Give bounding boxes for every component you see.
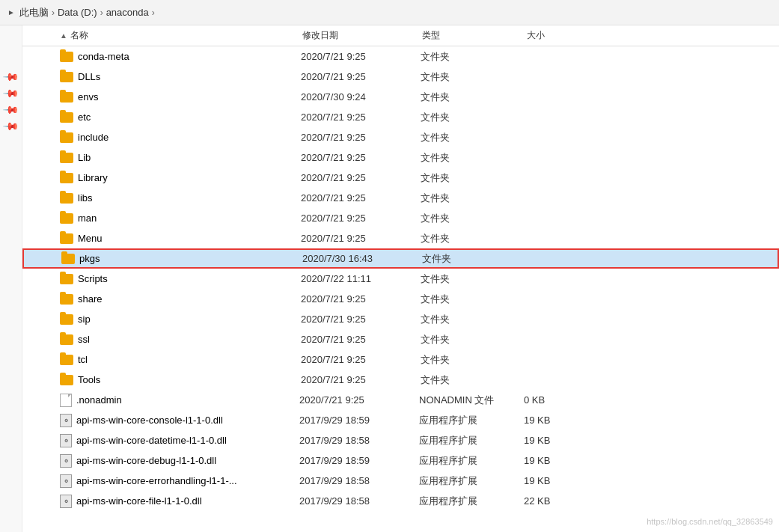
folder-icon [60, 72, 73, 82]
file-name: .nonadmin [76, 394, 299, 406]
file-date: 2020/7/21 9:25 [301, 192, 421, 204]
file-type: 文件夹 [421, 70, 525, 84]
file-type: 文件夹 [422, 252, 527, 266]
file-row[interactable]: ssl 2020/7/21 9:25 文件夹 [22, 329, 779, 349]
folder-icon [60, 213, 73, 224]
file-date: 2020/7/21 9:25 [301, 314, 421, 325]
file-type: 文件夹 [421, 212, 525, 225]
folder-icon [60, 193, 73, 204]
pin-icon-1[interactable]: 📌 [2, 67, 19, 85]
folder-icon [60, 294, 73, 305]
breadcrumb-item-1[interactable]: Data (D:) [58, 7, 97, 18]
file-row[interactable]: Library 2020/7/21 9:25 文件夹 [22, 168, 779, 188]
file-type: 应用程序扩展 [419, 414, 524, 427]
file-date: 2020/7/21 9:25 [301, 111, 421, 123]
pin-icon-3[interactable]: 📌 [2, 100, 19, 117]
file-row[interactable]: man 2020/7/21 9:25 文件夹 [22, 208, 779, 228]
file-date: 2017/9/29 18:58 [299, 475, 419, 486]
folder-icon [60, 334, 73, 345]
file-type: 文件夹 [421, 192, 525, 205]
breadcrumb-arrow: ► [7, 8, 15, 16]
file-row[interactable]: libs 2020/7/21 9:25 文件夹 [22, 188, 779, 208]
folder-icon [60, 274, 73, 284]
file-name: Scripts [78, 273, 301, 284]
file-name: include [78, 132, 301, 143]
folder-icon [60, 153, 73, 163]
file-row[interactable]: ⚙ api-ms-win-core-errorhandling-l1-1-...… [22, 471, 779, 491]
file-name: Library [78, 172, 301, 183]
breadcrumb-sep-2: › [152, 7, 155, 18]
file-type: 文件夹 [421, 91, 525, 104]
file-type: 应用程序扩展 [419, 495, 524, 508]
file-row[interactable]: Scripts 2020/7/22 11:11 文件夹 [22, 269, 779, 289]
file-row[interactable]: etc 2020/7/21 9:25 文件夹 [22, 107, 779, 127]
file-type: 应用程序扩展 [419, 454, 524, 468]
folder-icon [60, 355, 73, 365]
folder-icon [60, 52, 73, 62]
file-row[interactable]: tcl 2020/7/21 9:25 文件夹 [22, 349, 779, 370]
file-row[interactable]: .nonadmin 2020/7/21 9:25 NONADMIN 文件 0 K… [22, 390, 779, 410]
pin-icon-2[interactable]: 📌 [2, 84, 19, 101]
file-date: 2020/7/21 9:25 [301, 172, 421, 183]
file-date: 2020/7/21 9:25 [301, 213, 421, 224]
breadcrumb-item-2[interactable]: anaconda [106, 7, 149, 18]
file-name: pkgs [79, 253, 302, 264]
file-list: conda-meta 2020/7/21 9:25 文件夹 DLLs 2020/… [22, 46, 779, 532]
file-row[interactable]: Lib 2020/7/21 9:25 文件夹 [22, 147, 779, 168]
file-row[interactable]: Tools 2020/7/21 9:25 文件夹 [22, 370, 779, 390]
file-size: 19 KB [524, 415, 584, 426]
file-name: Menu [78, 233, 301, 244]
pin-icon-4[interactable]: 📌 [2, 117, 19, 134]
file-name: api-ms-win-core-datetime-l1-1-0.dll [76, 435, 299, 446]
file-size: 19 KB [524, 435, 584, 446]
file-name: DLLs [78, 71, 301, 82]
file-row[interactable]: Menu 2020/7/21 9:25 文件夹 [22, 228, 779, 248]
file-row[interactable]: sip 2020/7/21 9:25 文件夹 [22, 309, 779, 329]
file-name: share [78, 293, 301, 305]
file-type: 文件夹 [421, 293, 525, 306]
file-type: 文件夹 [421, 232, 525, 245]
file-row[interactable]: pkgs 2020/7/30 16:43 文件夹 [22, 248, 779, 269]
file-date: 2017/9/29 18:58 [299, 495, 419, 507]
col-header-name[interactable]: 名称 [70, 29, 302, 42]
file-date: 2020/7/21 9:25 [299, 394, 419, 406]
file-row[interactable]: ⚙ api-ms-win-core-debug-l1-1-0.dll 2017/… [22, 450, 779, 471]
file-date: 2017/9/29 18:59 [299, 455, 419, 466]
file-name: Lib [78, 152, 301, 163]
file-row[interactable]: include 2020/7/21 9:25 文件夹 [22, 127, 779, 147]
file-row[interactable]: DLLs 2020/7/21 9:25 文件夹 [22, 67, 779, 87]
file-type: 文件夹 [421, 313, 525, 326]
file-type: 文件夹 [421, 50, 525, 64]
folder-icon [60, 92, 73, 103]
breadcrumb-item-0[interactable]: 此电脑 [19, 6, 49, 19]
file-row[interactable]: envs 2020/7/30 9:24 文件夹 [22, 87, 779, 107]
file-size: 19 KB [524, 475, 584, 486]
col-header-type[interactable]: 类型 [422, 29, 527, 42]
file-row[interactable]: conda-meta 2020/7/21 9:25 文件夹 [22, 46, 779, 67]
file-type: 文件夹 [421, 171, 525, 185]
dll-icon: ⚙ [60, 474, 72, 488]
file-size: 19 KB [524, 455, 584, 466]
file-date: 2020/7/21 9:25 [301, 233, 421, 244]
file-date: 2017/9/29 18:58 [299, 435, 419, 446]
file-name: sip [78, 314, 301, 325]
pin-panel: 📌 📌 📌 📌 [0, 25, 22, 532]
file-row[interactable]: ⚙ api-ms-win-core-file-l1-1-0.dll 2017/9… [22, 491, 779, 511]
col-header-date[interactable]: 修改日期 [302, 29, 422, 42]
file-type: 文件夹 [421, 333, 525, 346]
file-name: Tools [78, 374, 301, 385]
file-date: 2020/7/30 16:43 [302, 253, 422, 264]
file-date: 2020/7/21 9:25 [301, 354, 421, 365]
dll-icon: ⚙ [60, 434, 72, 447]
breadcrumb-sep-0: › [52, 7, 55, 18]
file-name: api-ms-win-core-console-l1-1-0.dll [76, 415, 299, 426]
file-type: 文件夹 [421, 111, 525, 124]
folder-icon [60, 233, 73, 244]
file-row[interactable]: ⚙ api-ms-win-core-datetime-l1-1-0.dll 20… [22, 430, 779, 450]
col-header-size[interactable]: 大小 [527, 29, 587, 42]
file-type: 文件夹 [421, 373, 525, 387]
file-row[interactable]: share 2020/7/21 9:25 文件夹 [22, 289, 779, 309]
file-row[interactable]: ⚙ api-ms-win-core-console-l1-1-0.dll 201… [22, 410, 779, 430]
file-type: 应用程序扩展 [419, 434, 524, 447]
file-date: 2020/7/21 9:25 [301, 71, 421, 82]
